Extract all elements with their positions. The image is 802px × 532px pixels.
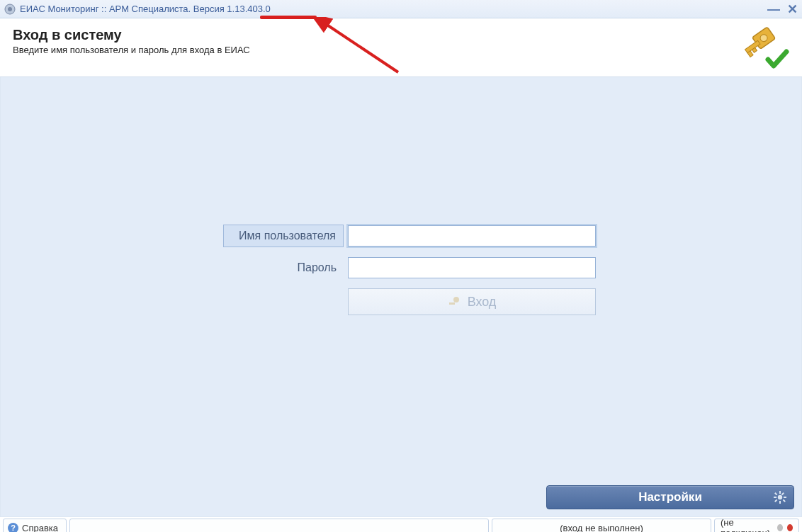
svg-point-8 (453, 297, 459, 302)
status-spacer (69, 519, 489, 532)
main-body: Имя пользователя Пароль Вход Настройки (0, 77, 802, 517)
login-button[interactable]: Вход (348, 288, 596, 315)
key-check-icon (744, 27, 789, 69)
login-form: Имя пользователя Пароль Вход (223, 225, 596, 315)
svg-rect-17 (781, 492, 784, 495)
svg-rect-15 (774, 492, 777, 495)
annotation-underline (260, 16, 317, 19)
svg-point-1 (8, 7, 12, 11)
status-dot-red-icon (787, 524, 793, 531)
connection-status: (не подключен) (714, 519, 799, 532)
settings-button-label: Настройки (638, 490, 702, 504)
help-button[interactable]: ? Справка (3, 519, 67, 532)
svg-rect-5 (745, 40, 760, 53)
login-status: (вход не выполнен) (492, 519, 711, 532)
password-label: Пароль (223, 261, 344, 274)
username-input[interactable] (348, 225, 596, 247)
app-icon (4, 4, 16, 15)
login-button-label: Вход (468, 295, 497, 310)
settings-button[interactable]: Настройки (546, 485, 794, 509)
page-subtitle: Введите имя пользователя и пароль для вх… (13, 45, 250, 55)
svg-rect-16 (783, 499, 786, 502)
statusbar: ? Справка (вход не выполнен) (не подключ… (0, 517, 802, 532)
svg-rect-18 (774, 499, 777, 502)
svg-rect-9 (449, 302, 455, 305)
key-icon (448, 295, 461, 308)
password-input[interactable] (348, 257, 596, 278)
page-title: Вход в систему (13, 27, 250, 43)
close-button[interactable]: ✕ (787, 3, 798, 16)
connection-status-label: (не подключен) (721, 517, 773, 532)
window-title: ЕИАС Мониторинг :: АРМ Специалиста. Верс… (20, 4, 271, 14)
minimize-button[interactable]: — (767, 3, 780, 16)
gear-icon (774, 491, 786, 504)
header-panel: Вход в систему Введите имя пользователя … (0, 18, 802, 77)
username-label: Имя пользователя (223, 225, 344, 247)
titlebar: ЕИАС Мониторинг :: АРМ Специалиста. Верс… (0, 0, 802, 18)
help-icon: ? (8, 523, 18, 533)
svg-rect-14 (784, 497, 786, 498)
svg-point-10 (778, 495, 782, 499)
help-label: Справка (22, 523, 58, 533)
svg-rect-11 (779, 491, 781, 494)
svg-rect-13 (774, 497, 776, 498)
svg-rect-12 (779, 501, 781, 504)
status-dot-grey-icon (777, 524, 783, 531)
